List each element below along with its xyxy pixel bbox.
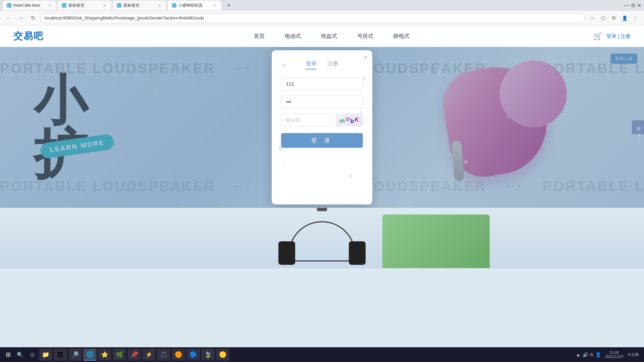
minimize-button[interactable]: — (624, 2, 629, 8)
page-content: 交易吧 首页 电动式 纸盆式 号筒式 静电式 🛒 登录 | 注册 POR (0, 25, 644, 347)
login-modal: × 登录 注册 m V (272, 50, 372, 204)
tab-new-1[interactable]: 🌐 新标签页 × (58, 1, 111, 10)
login-submit-button[interactable]: 登 录 (281, 133, 363, 148)
tray-volume-icon[interactable]: 🔊 (583, 352, 588, 357)
tab-title-4: 小蜜蜂助听器 (178, 3, 210, 8)
forward-button[interactable]: → (16, 13, 25, 23)
search-button[interactable]: 🔍 (15, 349, 25, 360)
start-button[interactable]: ⊞ (3, 349, 13, 360)
tab-favicon-3: 🌐 (117, 3, 121, 8)
taskbar-app-chrome[interactable]: 🌐 (83, 349, 97, 361)
restore-button[interactable]: ⧉ (631, 2, 635, 8)
tab-title-2: 新标签页 (68, 3, 100, 8)
captcha-input[interactable] (281, 114, 333, 126)
address-bar[interactable]: localhost:8080/Gok_ShoppingMallx//fronts… (40, 13, 585, 23)
cart-icon[interactable]: 🛒 (593, 32, 602, 41)
modal-dot-7 (283, 162, 285, 164)
tab-new-2[interactable]: 🌐 新标签页 × (113, 1, 166, 10)
nav-electric[interactable]: 电动式 (285, 33, 301, 40)
taskbar-time-text: 21:00 (605, 351, 624, 355)
modal-tab-register[interactable]: 注册 (327, 60, 338, 69)
captcha-letter-4: K (354, 116, 360, 123)
tab-close-3[interactable]: × (157, 3, 162, 8)
modal-close-button[interactable]: × (364, 54, 368, 61)
modal-dot-5 (349, 174, 352, 178)
modal-dot-2 (363, 77, 366, 80)
modal-overlay[interactable]: × 登录 注册 m V (0, 47, 644, 208)
browser-frame: 🌐 Insert title here × 🌐 新标签页 × 🌐 新标签页 × … (0, 0, 644, 362)
taskbar-app-blue[interactable]: 🔵 (186, 349, 200, 361)
menu-icon[interactable]: ⋮ (631, 13, 640, 23)
captcha-letter-1: m (339, 117, 346, 124)
cast-icon[interactable]: ⬡ (598, 13, 608, 23)
login-link[interactable]: 登录 (606, 33, 616, 39)
taskbar-app-bolt[interactable]: ⚡ (142, 349, 156, 361)
modal-tab-login[interactable]: 登录 (306, 60, 317, 69)
close-window-button[interactable]: ✕ (637, 2, 641, 9)
taskbar-app-green[interactable]: 🌿 (113, 349, 126, 361)
password-input[interactable] (281, 96, 363, 108)
tab-favicon-4: 🌐 (172, 3, 176, 8)
separator: | (618, 33, 619, 39)
captcha-row: m V b K (281, 114, 363, 126)
login-form: m V b K 登 录 (281, 77, 363, 148)
tab-favicon-1: 🌐 (7, 3, 11, 8)
product-image-area (265, 208, 379, 268)
profile-icon[interactable]: 👤 (620, 13, 629, 23)
site-logo[interactable]: 交易吧 (13, 30, 44, 43)
toolbar-icons: ☆ ⬡ ⧉ 👤 ⋮ (588, 13, 640, 23)
tab-insert-title[interactable]: 🌐 Insert title here × (3, 1, 56, 10)
bookmark-icon[interactable]: ☆ (588, 13, 597, 23)
modal-tabs: 登录 注册 (281, 60, 363, 69)
hero-banner: PORTABLE LOUDSPEAKER · · PORTABLE LOUDSP… (0, 47, 644, 208)
tray-user-icon[interactable]: 👤 (595, 352, 601, 357)
reload-button[interactable]: ↻ (28, 13, 38, 23)
taskbar-app-yellow[interactable]: 🟡 (216, 349, 229, 361)
tab-favicon-2: 🌐 (62, 3, 66, 8)
extensions-icon[interactable]: ⧉ (609, 13, 619, 23)
tab-close-1[interactable]: × (47, 3, 52, 8)
register-link[interactable]: 注册 (621, 33, 631, 39)
taskbar-app-orange[interactable]: 🟠 (172, 349, 185, 361)
tab-close-2[interactable]: × (102, 3, 107, 8)
tray-keyboard-icon[interactable]: A (590, 352, 593, 357)
headset-art (265, 208, 379, 268)
nav-horn[interactable]: 号筒式 (357, 33, 373, 40)
address-text: localhost:8080/Gok_ShoppingMallx//fronts… (45, 15, 204, 20)
taskbar-app-explorer[interactable]: 📁 (39, 349, 52, 361)
site-header: 交易吧 首页 电动式 纸盆式 号筒式 静电式 🛒 登录 | 注册 (0, 25, 644, 47)
new-tab-button[interactable]: + (224, 1, 233, 10)
nav-home[interactable]: 首页 (254, 33, 265, 40)
modal-dot-1 (282, 64, 285, 67)
tray-network-icon[interactable]: ▲ (576, 352, 581, 357)
taskbar-app-star[interactable]: ⭐ (98, 349, 111, 361)
username-input[interactable] (281, 77, 363, 90)
modal-dot-6 (360, 111, 362, 113)
taskbar-app-leaf[interactable]: 🍃 (201, 349, 215, 361)
browser-toolbar: ← → ↻ localhost:8080/Gok_ShoppingMallx//… (0, 11, 644, 25)
product-bg-green (382, 215, 490, 268)
tab-close-4[interactable]: × (212, 3, 217, 8)
tray-lang-text[interactable]: 中文网 (628, 352, 639, 357)
taskbar-app-pin[interactable]: 📌 (127, 349, 141, 361)
taskbar-clock[interactable]: 21:00 2021/11/27 (605, 351, 624, 359)
taskbar-date-text: 2021/11/27 (605, 355, 624, 359)
taskbar-app-photos[interactable]: 🖼 (54, 349, 67, 361)
taskbar-tray: ▲ 🔊 A 👤 (576, 352, 601, 357)
login-register-link: 登录 | 注册 (606, 33, 631, 40)
nav-static[interactable]: 静电式 (393, 33, 410, 40)
tab-title-3: 新标签页 (123, 3, 155, 8)
windows-taskbar: ⊞ 🔍 ⊙ 📁 🖼 🔎 🌐 ⭐ 🌿 📌 ⚡ 🎵 🟠 🔵 🍃 🟡 ▲ 🔊 A 👤 … (0, 347, 644, 362)
modal-dot-4 (278, 146, 283, 151)
captcha-letter-3: b (350, 117, 355, 125)
tab-title-1: Insert title here (13, 3, 45, 8)
back-button[interactable]: ← (4, 13, 13, 23)
taskbar-app-search[interactable]: 🔎 (68, 349, 82, 361)
tab-active[interactable]: 🌐 小蜜蜂助听器 × (168, 1, 221, 10)
captcha-image[interactable]: m V b K (336, 114, 363, 126)
taskbar-app-music[interactable]: 🎵 (157, 349, 170, 361)
task-view-button[interactable]: ⊙ (27, 349, 38, 360)
site-nav: 首页 电动式 纸盆式 号筒式 静电式 (70, 33, 593, 40)
site-header-right: 🛒 登录 | 注册 (593, 32, 631, 41)
nav-paper[interactable]: 纸盆式 (321, 33, 337, 40)
